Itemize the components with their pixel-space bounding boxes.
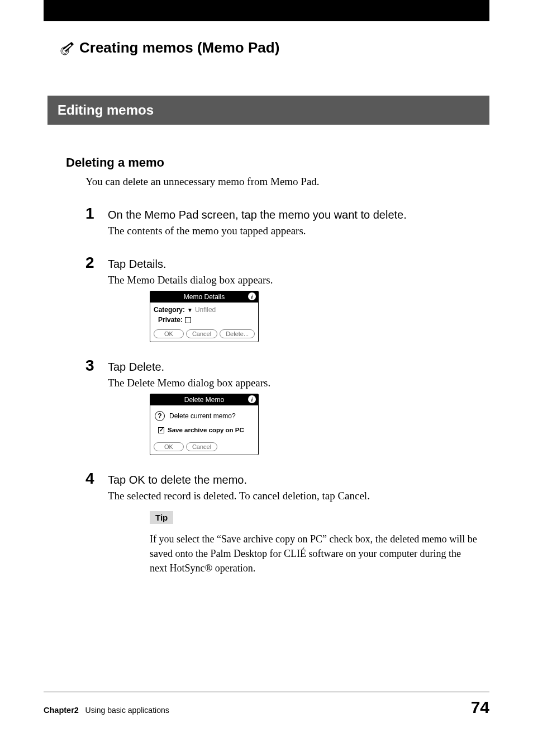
ok-button[interactable]: OK bbox=[154, 442, 184, 451]
info-icon[interactable]: i bbox=[248, 395, 256, 403]
step-detail: The contents of the memo you tapped appe… bbox=[108, 225, 489, 237]
step-instruction: Tap OK to delete the memo. bbox=[108, 474, 489, 486]
category-label: Category: bbox=[154, 306, 185, 314]
step-number: 1 bbox=[85, 205, 99, 223]
delete-button[interactable]: Delete... bbox=[220, 329, 255, 338]
ok-button[interactable]: OK bbox=[154, 329, 184, 338]
footer-chapter: Chapter2 bbox=[44, 706, 79, 715]
dialog-title-text: Delete Memo bbox=[153, 396, 256, 404]
question-icon: ? bbox=[155, 411, 165, 421]
private-row: Private: bbox=[154, 316, 255, 324]
step-detail: The Delete Memo dialog box appears. bbox=[108, 377, 489, 389]
memo-details-dialog: Memo Details i Category: ▼ Unfiled Priva… bbox=[150, 291, 259, 342]
step-1: 1 On the Memo Pad screen, tap the memo y… bbox=[85, 205, 489, 242]
step-number: 4 bbox=[85, 470, 99, 488]
tip-badge: Tip bbox=[150, 511, 173, 524]
step-4: 4 Tap OK to delete the memo. The selecte… bbox=[85, 470, 489, 575]
page-number: 74 bbox=[471, 698, 489, 717]
dialog-title-text: Memo Details bbox=[153, 293, 256, 301]
step-number: 2 bbox=[85, 254, 99, 272]
cancel-button[interactable]: Cancel bbox=[186, 329, 217, 338]
delete-question-row: ? Delete current memo? bbox=[154, 409, 255, 427]
dialog-titlebar: Delete Memo i bbox=[150, 394, 258, 405]
archive-checkbox[interactable]: ✓ bbox=[158, 427, 164, 433]
delete-memo-dialog: Delete Memo i ? Delete current memo? ✓ S… bbox=[150, 394, 259, 455]
step-2: 2 Tap Details. The Memo Details dialog b… bbox=[85, 254, 489, 355]
step-number: 3 bbox=[85, 357, 99, 375]
cancel-button[interactable]: Cancel bbox=[186, 442, 217, 451]
category-value[interactable]: Unfiled bbox=[195, 306, 216, 314]
archive-label: Save archive copy on PC bbox=[168, 427, 244, 433]
footer-name: Using basic applications bbox=[85, 706, 169, 715]
private-label: Private: bbox=[158, 316, 183, 324]
tip-text: If you select the “Save archive copy on … bbox=[150, 532, 478, 575]
private-checkbox[interactable] bbox=[185, 317, 191, 323]
step-3: 3 Tap Delete. The Delete Memo dialog box… bbox=[85, 357, 489, 467]
delete-question-text: Delete current memo? bbox=[169, 412, 236, 420]
chapter-title-text: Creating memos (Memo Pad) bbox=[79, 39, 279, 56]
dialog-titlebar: Memo Details i bbox=[150, 291, 258, 303]
page-footer: Chapter2 Using basic applications 74 bbox=[44, 692, 489, 717]
info-icon[interactable]: i bbox=[248, 292, 256, 300]
intro-text: You can delete an unnecessary memo from … bbox=[85, 176, 489, 188]
subsection-heading: Deleting a memo bbox=[66, 155, 489, 170]
archive-row: ✓ Save archive copy on PC bbox=[154, 427, 255, 439]
step-instruction: Tap Details. bbox=[108, 258, 489, 271]
memo-pad-icon bbox=[60, 41, 75, 55]
top-black-bar bbox=[44, 0, 489, 21]
step-detail: The selected record is deleted. To cance… bbox=[108, 490, 489, 502]
footer-left: Chapter2 Using basic applications bbox=[44, 706, 169, 715]
step-instruction: On the Memo Pad screen, tap the memo you… bbox=[108, 209, 489, 221]
step-instruction: Tap Delete. bbox=[108, 361, 489, 374]
dropdown-arrow-icon[interactable]: ▼ bbox=[187, 307, 193, 313]
chapter-title-row: Creating memos (Memo Pad) bbox=[60, 39, 533, 56]
step-detail: The Memo Details dialog box appears. bbox=[108, 274, 489, 286]
category-row: Category: ▼ Unfiled bbox=[154, 306, 255, 314]
content-area: Deleting a memo You can delete an unnece… bbox=[66, 155, 489, 575]
section-banner: Editing memos bbox=[47, 96, 489, 125]
